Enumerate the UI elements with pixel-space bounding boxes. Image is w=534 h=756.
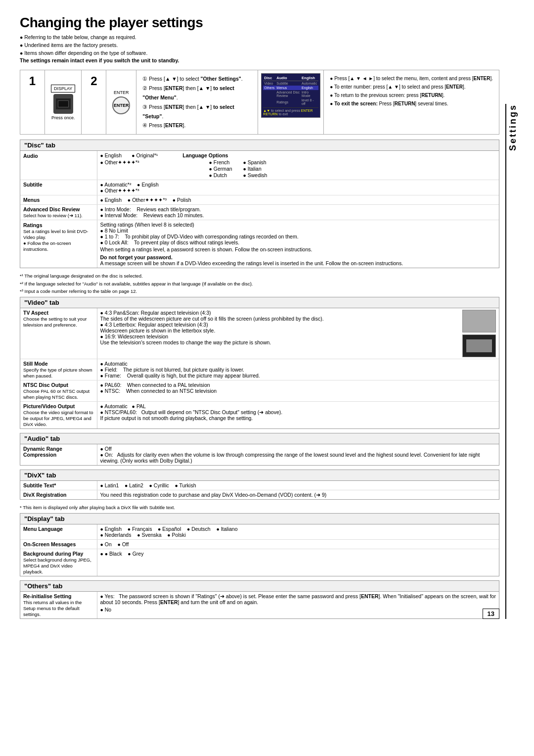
display-tab-header: "Display" tab [20,514,499,524]
menu-screenshot: Disc Audio English Video Subtitle Automa… [261,73,320,118]
menus-options: ● English ● Other✦✦✦✦*³ ● Polish [97,195,499,205]
step-note-2: ● To enter number: press [▲ ▼] to select… [330,83,493,91]
divx-tab-header: "DivX" tab [20,470,499,481]
menu-language-row: Menu Language ● English ● Français ● Esp… [20,524,499,540]
still-mode-options: ● Automatic ● Field: The picture is not … [97,359,499,380]
on-screen-messages-row: On-Screen Messages ● On ● Off [20,540,499,549]
audio-tab-section: "Audio" tab Dynamic Range Compression ● … [20,433,499,466]
enter-button: ENTER [112,96,130,114]
divx-footnote: * This item is displayed only after play… [20,504,499,511]
tv-aspect-label: TV Aspect Choose the setting to suit you… [20,308,97,359]
still-mode-label: Still Mode Specify the type of picture s… [20,359,97,380]
menus-row: Menus ● English ● Other✦✦✦✦*³ ● Polish [20,195,499,205]
enter-btn-label: ENTER [114,90,129,95]
subtitle-text-options: ● Latin1 ● Latin2 ● Cyrillic ● Turkish [97,481,499,490]
on-screen-messages-label: On-Screen Messages [20,540,97,549]
background-during-play-label: Background during Play Select background… [20,549,97,576]
advanced-disc-review-options: ● Intro Mode: Reviews each title/program… [97,205,499,220]
tv-aspect-options: ● 4:3 Pan&Scan: Regular aspect televisio… [97,308,499,359]
still-mode-row: Still Mode Specify the type of picture s… [20,359,499,380]
background-during-play-row: Background during Play Select background… [20,549,499,576]
step-note-3: ● To return to the previous screen: pres… [330,91,493,99]
audio-options: ● English ● Original*¹ Language Options … [97,151,499,180]
advanced-disc-review-label: Advanced Disc Review Select how to revie… [20,205,97,220]
subtitle-label: Subtitle [20,180,97,195]
on-screen-messages-options: ● On ● Off [97,540,499,549]
tv-aspect-row: TV Aspect Choose the setting to suit you… [20,308,499,359]
step-note-1: ● Press [▲ ▼ ◄ ►] to select the menu, it… [330,74,493,83]
menus-label: Menus [20,195,97,205]
disc-tab-section: "Disc" tab Audio ● English ● Original*¹ … [20,140,499,268]
step-1-number: 1 [29,74,36,88]
step-instruction-2: ② Press [ENTER] then [▲ ▼] to select "Ot… [142,84,252,102]
disc-tab-header: "Disc" tab [20,140,499,151]
subtitle-text-label: Subtitle Text* [20,481,97,490]
menu-language-options: ● English ● Français ● Español ● Deutsch… [97,524,499,540]
page-title: Changing the player settings [20,15,499,31]
dynamic-range-options: ● Off ● On: Adjusts for clarity even whe… [97,444,499,465]
subtitle-text-row: Subtitle Text* ● Latin1 ● Latin2 ● Cyril… [20,481,499,490]
display-label: DISPLAY [51,85,75,93]
ratings-row: Ratings Set a ratings level to limit DVD… [20,220,499,268]
press-once-label: Press once. [51,115,75,120]
display-tab-section: "Display" tab Menu Language ● English ● … [20,513,499,576]
picture-video-output-label: Picture/Video Output Choose the video si… [20,401,97,428]
divx-registration-options: You need this registration code to purch… [97,490,499,499]
disc-footnotes: *¹ The original language designated on t… [20,272,499,295]
ratings-options: Setting ratings (When level 8 is selecte… [97,220,499,268]
audio-label: Audio [20,151,97,180]
step-instruction-3: ③ Press [ENTER] then [▲ ▼] to select "Se… [142,102,252,121]
picture-video-output-row: Picture/Video Output Choose the video si… [20,401,499,428]
step-2-number: 2 [90,74,97,88]
dynamic-range-row: Dynamic Range Compression ● Off ● On: Ad… [20,444,499,465]
others-tab-section: "Others" tab Re-initialise Setting This … [20,580,499,619]
reinitialise-label: Re-initialise Setting This returns all v… [20,592,97,618]
step-instruction-1: ① Press [▲ ▼] to select "Other Settings"… [142,74,252,84]
subtitle-row: Subtitle ● Automatic*² ● English ● Other… [20,180,499,195]
video-tab-section: "Video" tab TV Aspect Choose the setting… [20,297,499,429]
background-during-play-options: ● ● Black ● Grey [97,549,499,576]
menu-language-label: Menu Language [20,524,97,540]
advanced-disc-review-row: Advanced Disc Review Select how to revie… [20,205,499,220]
lang-options-header: Language Options [182,152,228,158]
others-tab-header: "Others" tab [20,581,499,592]
step-note-4: ● To exit the screen: Press [RETURN] sev… [330,99,493,108]
picture-video-output-options: ● Automatic ● PAL ● NTSC/PAL60: Output w… [97,401,499,428]
remote-button-display [53,94,73,114]
dynamic-range-label: Dynamic Range Compression [20,444,97,465]
ntsc-disc-output-label: NTSC Disc Output Choose PAL 60 or NTSC o… [20,380,97,401]
audio-row: Audio ● English ● Original*¹ Language Op… [20,151,499,180]
settings-sidebar-label: Settings [508,104,518,156]
intro-section: ● Referring to the table below, change a… [20,34,499,65]
step-instruction-4: ④ Press [ENTER]. [142,121,252,130]
reinitialise-options: ● Yes: The password screen is shown if "… [97,592,499,618]
audio-tab-header: "Audio" tab [20,433,499,444]
subtitle-options: ● Automatic*² ● English ● Other✦✦✦✦*³ [97,180,499,195]
video-tab-header: "Video" tab [20,297,499,308]
divx-tab-section: "DivX" tab Subtitle Text* ● Latin1 ● Lat… [20,470,499,500]
divx-registration-row: DivX Registration You need this registra… [20,490,499,499]
ratings-label: Ratings Set a ratings level to limit DVD… [20,220,97,268]
page-number: 13 [483,609,499,619]
reinitialise-row: Re-initialise Setting This returns all v… [20,592,499,618]
divx-registration-label: DivX Registration [20,490,97,499]
ntsc-disc-output-options: ● PAL60: When connected to a PAL televis… [97,380,499,401]
ntsc-disc-output-row: NTSC Disc Output Choose PAL 60 or NTSC o… [20,380,499,401]
